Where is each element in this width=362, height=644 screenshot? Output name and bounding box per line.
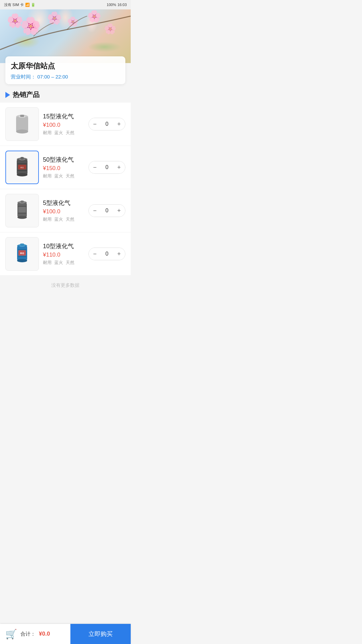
product-name-2: 50型液化气 xyxy=(43,156,84,164)
product-tags-1: 耐用 蓝火 天然 xyxy=(43,130,84,136)
svg-point-16 xyxy=(17,216,27,219)
product-info-2: 50型液化气 ¥150.0 耐用 蓝火 天然 xyxy=(43,156,84,179)
signal-icons: 📶 🔋 xyxy=(25,3,36,7)
branch-svg xyxy=(0,9,131,63)
svg-rect-4 xyxy=(20,115,24,117)
battery-label: 100% xyxy=(107,3,116,7)
product-price-3: ¥100.0 xyxy=(43,208,84,215)
svg-text:标志: 标志 xyxy=(20,166,24,168)
svg-rect-18 xyxy=(20,201,24,203)
product-info-4: 10型液化气 ¥110.0 耐用 蓝火 天然 xyxy=(43,242,84,266)
section-header: 热销产品 xyxy=(0,84,131,103)
svg-point-7 xyxy=(17,173,27,176)
svg-rect-19 xyxy=(18,206,26,207)
product-info-1: 15型液化气 ¥100.0 耐用 蓝火 天然 xyxy=(43,112,84,136)
tag-2-2: 蓝火 xyxy=(54,173,63,179)
qty-value-2: 0 xyxy=(101,161,113,173)
tag-1-2: 蓝火 xyxy=(54,130,63,136)
product-image-4: 标志 xyxy=(5,237,39,271)
hours-value: 07:00 – 22:00 xyxy=(37,74,68,79)
qty-increase-1[interactable]: + xyxy=(113,118,125,130)
qty-decrease-3[interactable]: − xyxy=(89,205,101,217)
product-price-1: ¥100.0 xyxy=(43,122,84,128)
product-item-2: 标志 50型液化气 ¥150.0 耐用 蓝火 天然 − 0 + xyxy=(0,146,131,189)
product-info-3: 5型液化气 ¥100.0 耐用 蓝火 天然 xyxy=(43,199,84,222)
hero-image: 🌸 🌸 🌸 🌸 🌸 🌸 xyxy=(0,9,131,63)
product-image-1 xyxy=(5,107,39,141)
product-name-1: 15型液化气 xyxy=(43,112,84,120)
product-item-4: 标志 10型液化气 ¥110.0 耐用 蓝火 天然 − 0 + xyxy=(0,232,131,276)
qty-value-4: 0 xyxy=(101,248,113,260)
hours-label: 营业时间： xyxy=(11,74,36,79)
tag-4-3: 天然 xyxy=(66,260,74,266)
product-price-2: ¥150.0 xyxy=(43,165,84,172)
tag-4-1: 耐用 xyxy=(43,260,52,266)
quantity-control-3: − 0 + xyxy=(88,204,125,217)
section-title: 热销产品 xyxy=(13,90,40,99)
tag-1-1: 耐用 xyxy=(43,130,52,136)
sim-label: 没有 SIM 卡 xyxy=(4,2,24,7)
svg-rect-11 xyxy=(17,170,27,171)
cylinder-icon-4: 标志 xyxy=(9,240,36,267)
qty-increase-2[interactable]: + xyxy=(113,161,125,173)
svg-rect-21 xyxy=(18,207,26,212)
tag-1-3: 天然 xyxy=(66,130,74,136)
qty-value-1: 0 xyxy=(101,118,113,130)
quantity-control-2: − 0 + xyxy=(88,161,125,174)
cylinder-icon-2: 标志 xyxy=(9,154,36,181)
store-card: 太原华信站点 营业时间： 07:00 – 22:00 xyxy=(5,56,125,84)
product-price-4: ¥110.0 xyxy=(43,252,84,258)
tag-4-2: 蓝火 xyxy=(54,260,63,266)
tag-2-1: 耐用 xyxy=(43,173,52,179)
tag-3-3: 天然 xyxy=(66,216,74,222)
cylinder-icon-1 xyxy=(9,111,36,138)
status-left: 没有 SIM 卡 📶 🔋 xyxy=(4,2,36,7)
qty-decrease-4[interactable]: − xyxy=(89,248,101,260)
svg-point-24 xyxy=(17,259,27,262)
time-label: 16:03 xyxy=(117,3,127,7)
svg-rect-27 xyxy=(18,249,26,250)
svg-rect-28 xyxy=(18,256,26,257)
qty-decrease-2[interactable]: − xyxy=(89,161,101,173)
cylinder-icon-3 xyxy=(9,197,36,224)
product-list: 15型液化气 ¥100.0 耐用 蓝火 天然 − 0 + xyxy=(0,103,131,276)
tag-3-2: 蓝火 xyxy=(54,216,63,222)
tag-3-1: 耐用 xyxy=(43,216,52,222)
svg-rect-20 xyxy=(18,213,26,214)
product-image-3 xyxy=(5,194,39,227)
tag-2-3: 天然 xyxy=(66,173,74,179)
qty-decrease-1[interactable]: − xyxy=(89,118,101,130)
product-tags-4: 耐用 蓝火 天然 xyxy=(43,260,84,266)
svg-point-2 xyxy=(16,129,28,133)
product-name-4: 10型液化气 xyxy=(43,242,84,250)
no-more-text: 没有更多数据 xyxy=(0,276,131,295)
qty-value-3: 0 xyxy=(101,205,113,217)
svg-rect-10 xyxy=(17,163,27,164)
product-name-3: 5型液化气 xyxy=(43,199,84,207)
qty-increase-3[interactable]: + xyxy=(113,205,125,217)
quantity-control-4: − 0 + xyxy=(88,248,125,260)
product-tags-3: 耐用 蓝火 天然 xyxy=(43,216,84,222)
product-item-3: 5型液化气 ¥100.0 耐用 蓝火 天然 − 0 + xyxy=(0,189,131,232)
product-tags-2: 耐用 蓝火 天然 xyxy=(43,173,84,179)
store-name: 太原华信站点 xyxy=(11,61,120,71)
quantity-control-1: − 0 + xyxy=(88,118,125,130)
svg-rect-9 xyxy=(20,157,24,160)
status-bar: 没有 SIM 卡 📶 🔋 100% 16:03 xyxy=(0,0,131,9)
status-right: 100% 16:03 xyxy=(107,3,127,7)
svg-rect-26 xyxy=(20,244,24,246)
svg-rect-1 xyxy=(16,117,28,131)
product-item-1: 15型液化气 ¥100.0 耐用 蓝火 天然 − 0 + xyxy=(0,103,131,146)
svg-text:标志: 标志 xyxy=(20,252,24,254)
store-hours: 营业时间： 07:00 – 22:00 xyxy=(11,74,120,80)
arrow-icon xyxy=(5,92,10,98)
qty-increase-4[interactable]: + xyxy=(113,248,125,260)
product-image-2: 标志 xyxy=(5,151,39,184)
